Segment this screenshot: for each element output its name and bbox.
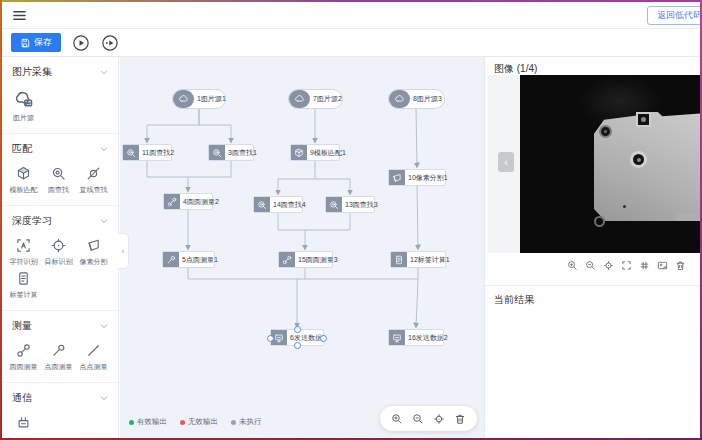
fiducial-square <box>636 112 651 127</box>
snapshot-icon <box>657 260 668 271</box>
tool-circle-circle[interactable]: 圆圆测量 <box>6 343 41 372</box>
image-grid-button[interactable] <box>639 260 650 271</box>
section-header[interactable]: 图片采集 <box>2 57 118 84</box>
tool-label: 目标识别 <box>45 257 73 267</box>
flow-node[interactable]: 11圆查找2 <box>122 144 172 161</box>
tool-cube[interactable]: 模板匹配 <box>6 166 41 195</box>
flow-canvas[interactable]: 1图片源17图片源28图片源311圆查找23圆查找19模板匹配110像素分割14… <box>120 57 484 438</box>
tool-point-circle[interactable]: 点圆测量 <box>41 343 76 372</box>
tool-circle-find[interactable]: 圆查找 <box>41 166 76 195</box>
play-circle-icon <box>72 34 90 52</box>
image-zoom-out-button[interactable] <box>585 260 596 271</box>
cube-icon <box>291 145 307 160</box>
zoom-in-icon <box>391 413 403 425</box>
canvas-zoom-in-button[interactable] <box>391 413 403 425</box>
node-label: 11圆查找2 <box>139 145 177 160</box>
image-locate-button[interactable] <box>603 260 614 271</box>
save-icon <box>20 38 30 48</box>
tool-point-point[interactable]: 点点测量 <box>76 343 111 372</box>
menu-icon[interactable] <box>12 8 27 23</box>
save-button[interactable]: 保存 <box>11 33 61 52</box>
flow-edge <box>416 109 417 167</box>
connection-handle[interactable] <box>294 342 301 349</box>
section-header[interactable]: 匹配 <box>2 134 118 161</box>
prev-image-button[interactable]: ‹ <box>498 152 514 172</box>
zoom-out-icon <box>412 413 424 425</box>
flow-node[interactable]: 8图片源3 <box>388 89 445 109</box>
step-play-circle-icon <box>101 34 119 52</box>
camera-image[interactable] <box>520 75 700 253</box>
node-label: 14圆查找4 <box>270 197 309 212</box>
tool-protocol[interactable] <box>6 415 41 434</box>
flow-node[interactable]: 14圆查找4 <box>253 196 303 213</box>
image-zoom-in-button[interactable] <box>567 260 578 271</box>
node-label: 15圆圆测量3 <box>295 252 341 267</box>
flow-edge <box>147 161 231 177</box>
flow-node[interactable]: 16发送数据2 <box>388 329 444 346</box>
canvas-clear-button[interactable] <box>454 413 466 425</box>
legend-label: 未执行 <box>239 417 262 427</box>
line-find-icon <box>86 166 101 181</box>
canvas-locate-button[interactable] <box>433 413 445 425</box>
section-header[interactable]: 通信 <box>2 383 118 410</box>
screen-border-left <box>0 0 2 440</box>
legend-item: 有效输出 <box>129 417 167 427</box>
chevron-down-icon <box>100 70 108 75</box>
circle-circle-icon <box>279 252 295 267</box>
flow-node[interactable]: 15圆圆测量3 <box>278 251 333 268</box>
flow-edge <box>278 161 315 194</box>
screw-top-left <box>599 125 612 138</box>
canvas-zoom-out-button[interactable] <box>412 413 424 425</box>
step-run-button[interactable] <box>101 34 119 52</box>
section-header[interactable]: 深度学习 <box>2 206 118 233</box>
tool-label-calc[interactable]: 标签计算 <box>6 271 41 300</box>
flow-node[interactable]: 4圆圆测量2 <box>163 193 213 210</box>
flow-node[interactable]: 10像素分割1 <box>388 169 446 186</box>
flow-node[interactable]: 6发送数据1 <box>270 329 324 346</box>
circle-circle-icon <box>164 194 180 209</box>
connection-handle[interactable] <box>320 335 327 342</box>
back-to-lowcode-button[interactable]: 返回低代码 <box>647 6 702 25</box>
tool-cloud-image[interactable]: 图片源 <box>6 89 41 123</box>
section-items: 圆圆测量点圆测量点点测量 <box>2 338 118 382</box>
legend-dot-icon <box>129 420 134 425</box>
section-items <box>2 410 118 438</box>
flow-node[interactable]: 13圆查找3 <box>325 196 375 213</box>
sidebar-collapse-handle[interactable]: ‹ <box>118 233 129 269</box>
sidebar-section: 通信 <box>2 383 118 438</box>
output-legend: 有效输出无效输出未执行 <box>129 417 262 427</box>
tool-ocr[interactable]: 字符识别 <box>6 238 41 267</box>
flow-node[interactable]: 9模板匹配1 <box>290 144 340 161</box>
tool-target[interactable]: 目标识别 <box>41 238 76 267</box>
tool-label: 标签计算 <box>10 290 38 300</box>
section-items: 模板匹配圆查找直线查找 <box>2 161 118 205</box>
tool-line-find[interactable]: 直线查找 <box>76 166 111 195</box>
tool-segment[interactable]: 像素分割 <box>76 238 111 267</box>
connection-handle[interactable] <box>267 335 274 342</box>
tool-label: 模板匹配 <box>10 185 38 195</box>
flow-node[interactable]: 1图片源1 <box>172 89 226 109</box>
point-circle-icon <box>163 252 179 267</box>
run-button[interactable] <box>72 34 90 52</box>
tool-label: 点点测量 <box>80 362 108 372</box>
flow-node[interactable]: 12标签计算1 <box>390 251 446 268</box>
flow-edge <box>199 109 231 142</box>
section-header[interactable]: 测量 <box>2 311 118 338</box>
chevron-down-icon <box>100 147 108 152</box>
flow-node[interactable]: 3圆查找1 <box>208 144 254 161</box>
connection-handle[interactable] <box>294 326 301 333</box>
image-snapshot-button[interactable] <box>657 260 668 271</box>
flow-node[interactable]: 5点圆测量1 <box>162 251 215 268</box>
image-delete-button[interactable] <box>675 260 686 271</box>
flow-edge <box>147 109 199 142</box>
zoom-out-icon <box>585 260 596 271</box>
flow-node[interactable]: 7图片源2 <box>288 89 343 109</box>
image-fullscreen-button[interactable] <box>621 260 632 271</box>
cloud-icon <box>389 90 410 108</box>
legend-label: 无效输出 <box>188 417 218 427</box>
node-label: 9模板匹配1 <box>307 145 349 160</box>
cloud-image-icon <box>14 89 34 109</box>
toolbar: 保存 <box>2 29 700 57</box>
segment-icon <box>86 238 101 253</box>
label-calc-icon <box>16 271 31 286</box>
